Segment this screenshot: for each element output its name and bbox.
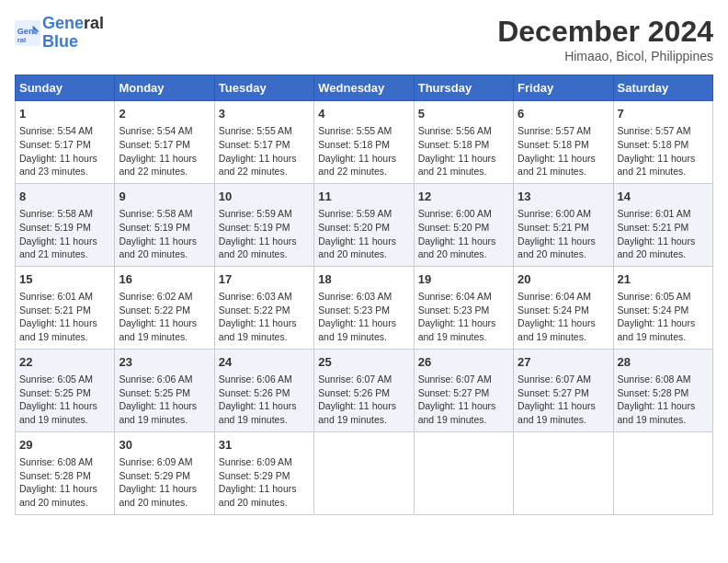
day-info: Sunrise: 6:02 AM Sunset: 5:22 PM Dayligh… <box>119 290 210 344</box>
day-info: Sunrise: 6:06 AM Sunset: 5:26 PM Dayligh… <box>219 373 310 427</box>
calendar-cell <box>314 431 414 514</box>
weekday-header-thursday: Thursday <box>414 75 513 101</box>
day-number: 15 <box>19 271 110 288</box>
day-info: Sunrise: 6:05 AM Sunset: 5:25 PM Dayligh… <box>19 373 110 427</box>
calendar-cell: 20Sunrise: 6:04 AM Sunset: 5:24 PM Dayli… <box>514 266 613 349</box>
calendar-cell: 29Sunrise: 6:08 AM Sunset: 5:28 PM Dayli… <box>16 431 115 514</box>
calendar-table: SundayMondayTuesdayWednesdayThursdayFrid… <box>15 75 713 515</box>
day-number: 3 <box>219 106 310 122</box>
day-info: Sunrise: 5:57 AM Sunset: 5:18 PM Dayligh… <box>518 124 609 178</box>
day-number: 5 <box>418 106 509 122</box>
calendar-cell <box>514 431 613 514</box>
calendar-cell: 23Sunrise: 6:06 AM Sunset: 5:25 PM Dayli… <box>115 349 214 431</box>
weekday-header-wednesday: Wednesday <box>314 75 414 101</box>
calendar-cell <box>414 431 513 514</box>
calendar-cell: 28Sunrise: 6:08 AM Sunset: 5:28 PM Dayli… <box>613 349 712 431</box>
day-number: 7 <box>618 106 709 122</box>
day-info: Sunrise: 5:54 AM Sunset: 5:17 PM Dayligh… <box>119 124 210 178</box>
day-number: 20 <box>518 271 609 288</box>
calendar-cell: 26Sunrise: 6:07 AM Sunset: 5:27 PM Dayli… <box>414 349 513 431</box>
calendar-cell: 27Sunrise: 6:07 AM Sunset: 5:27 PM Dayli… <box>514 349 613 431</box>
calendar-cell: 12Sunrise: 6:00 AM Sunset: 5:20 PM Dayli… <box>414 183 513 266</box>
day-info: Sunrise: 5:58 AM Sunset: 5:19 PM Dayligh… <box>119 207 210 261</box>
calendar-cell: 31Sunrise: 6:09 AM Sunset: 5:29 PM Dayli… <box>214 431 313 514</box>
day-number: 16 <box>119 271 210 288</box>
weekday-header-saturday: Saturday <box>613 75 712 101</box>
day-number: 18 <box>318 271 409 288</box>
calendar-cell: 30Sunrise: 6:09 AM Sunset: 5:29 PM Dayli… <box>115 431 214 514</box>
day-info: Sunrise: 5:59 AM Sunset: 5:19 PM Dayligh… <box>219 207 310 261</box>
day-number: 6 <box>518 106 609 122</box>
day-number: 30 <box>119 437 210 454</box>
day-info: Sunrise: 6:07 AM Sunset: 5:27 PM Dayligh… <box>518 373 609 427</box>
day-info: Sunrise: 6:09 AM Sunset: 5:29 PM Dayligh… <box>219 455 310 510</box>
day-number: 17 <box>219 271 310 288</box>
calendar-cell: 14Sunrise: 6:01 AM Sunset: 5:21 PM Dayli… <box>613 183 712 266</box>
day-number: 29 <box>19 437 110 454</box>
location-subtitle: Himaao, Bicol, Philippines <box>497 49 713 63</box>
calendar-cell: 1Sunrise: 5:54 AM Sunset: 5:17 PM Daylig… <box>16 101 115 184</box>
calendar-cell: 22Sunrise: 6:05 AM Sunset: 5:25 PM Dayli… <box>16 349 115 431</box>
day-number: 26 <box>418 354 509 371</box>
day-info: Sunrise: 6:08 AM Sunset: 5:28 PM Dayligh… <box>19 455 110 510</box>
svg-text:ral: ral <box>17 36 26 44</box>
day-info: Sunrise: 6:07 AM Sunset: 5:27 PM Dayligh… <box>418 373 509 427</box>
day-info: Sunrise: 6:07 AM Sunset: 5:26 PM Dayligh… <box>318 373 409 427</box>
title-block: December 2024 Himaao, Bicol, Philippines <box>497 15 713 63</box>
day-number: 14 <box>618 189 709 205</box>
day-number: 21 <box>618 271 709 288</box>
calendar-cell: 19Sunrise: 6:04 AM Sunset: 5:23 PM Dayli… <box>414 266 513 349</box>
day-number: 31 <box>219 437 310 454</box>
day-number: 25 <box>318 354 409 371</box>
calendar-cell: 25Sunrise: 6:07 AM Sunset: 5:26 PM Dayli… <box>314 349 414 431</box>
calendar-cell: 24Sunrise: 6:06 AM Sunset: 5:26 PM Dayli… <box>214 349 313 431</box>
day-number: 24 <box>219 354 310 371</box>
weekday-header-friday: Friday <box>514 75 613 101</box>
day-number: 4 <box>318 106 409 122</box>
day-info: Sunrise: 6:04 AM Sunset: 5:23 PM Dayligh… <box>418 290 509 344</box>
day-info: Sunrise: 5:55 AM Sunset: 5:18 PM Dayligh… <box>318 124 409 178</box>
weekday-header-monday: Monday <box>115 75 214 101</box>
logo-icon: Gene ral <box>15 20 40 46</box>
day-number: 28 <box>618 354 709 371</box>
day-info: Sunrise: 5:55 AM Sunset: 5:17 PM Dayligh… <box>219 124 310 178</box>
day-number: 10 <box>219 189 310 205</box>
day-info: Sunrise: 6:09 AM Sunset: 5:29 PM Dayligh… <box>119 455 210 510</box>
day-info: Sunrise: 5:54 AM Sunset: 5:17 PM Dayligh… <box>19 124 110 178</box>
calendar-cell: 7Sunrise: 5:57 AM Sunset: 5:18 PM Daylig… <box>613 101 712 184</box>
day-info: Sunrise: 6:06 AM Sunset: 5:25 PM Dayligh… <box>119 373 210 427</box>
weekday-header-sunday: Sunday <box>16 75 115 101</box>
day-info: Sunrise: 5:58 AM Sunset: 5:19 PM Dayligh… <box>19 207 110 261</box>
day-number: 9 <box>119 189 210 205</box>
day-info: Sunrise: 6:01 AM Sunset: 5:21 PM Dayligh… <box>19 290 110 344</box>
day-info: Sunrise: 6:05 AM Sunset: 5:24 PM Dayligh… <box>618 290 709 344</box>
day-info: Sunrise: 6:01 AM Sunset: 5:21 PM Dayligh… <box>618 207 709 261</box>
day-info: Sunrise: 6:00 AM Sunset: 5:21 PM Dayligh… <box>518 207 609 261</box>
day-info: Sunrise: 6:08 AM Sunset: 5:28 PM Dayligh… <box>618 373 709 427</box>
calendar-cell: 16Sunrise: 6:02 AM Sunset: 5:22 PM Dayli… <box>115 266 214 349</box>
day-info: Sunrise: 5:56 AM Sunset: 5:18 PM Dayligh… <box>418 124 509 178</box>
day-number: 13 <box>518 189 609 205</box>
calendar-cell: 10Sunrise: 5:59 AM Sunset: 5:19 PM Dayli… <box>214 183 313 266</box>
calendar-cell: 6Sunrise: 5:57 AM Sunset: 5:18 PM Daylig… <box>514 101 613 184</box>
day-number: 19 <box>418 271 509 288</box>
logo-name: GeneralBlue <box>42 15 104 52</box>
calendar-cell: 17Sunrise: 6:03 AM Sunset: 5:22 PM Dayli… <box>214 266 313 349</box>
calendar-cell: 13Sunrise: 6:00 AM Sunset: 5:21 PM Dayli… <box>514 183 613 266</box>
day-number: 1 <box>19 106 110 122</box>
day-info: Sunrise: 5:59 AM Sunset: 5:20 PM Dayligh… <box>318 207 409 261</box>
page-header: Gene ral GeneralBlue December 2024 Himaa… <box>15 15 713 63</box>
calendar-cell <box>613 431 712 514</box>
calendar-cell: 11Sunrise: 5:59 AM Sunset: 5:20 PM Dayli… <box>314 183 414 266</box>
day-info: Sunrise: 6:04 AM Sunset: 5:24 PM Dayligh… <box>518 290 609 344</box>
month-title: December 2024 <box>497 15 713 49</box>
day-info: Sunrise: 5:57 AM Sunset: 5:18 PM Dayligh… <box>618 124 709 178</box>
day-number: 2 <box>119 106 210 122</box>
calendar-cell: 9Sunrise: 5:58 AM Sunset: 5:19 PM Daylig… <box>115 183 214 266</box>
calendar-cell: 3Sunrise: 5:55 AM Sunset: 5:17 PM Daylig… <box>214 101 313 184</box>
calendar-cell: 15Sunrise: 6:01 AM Sunset: 5:21 PM Dayli… <box>16 266 115 349</box>
calendar-cell: 18Sunrise: 6:03 AM Sunset: 5:23 PM Dayli… <box>314 266 414 349</box>
logo: Gene ral GeneralBlue <box>15 15 104 52</box>
day-number: 22 <box>19 354 110 371</box>
day-number: 23 <box>119 354 210 371</box>
